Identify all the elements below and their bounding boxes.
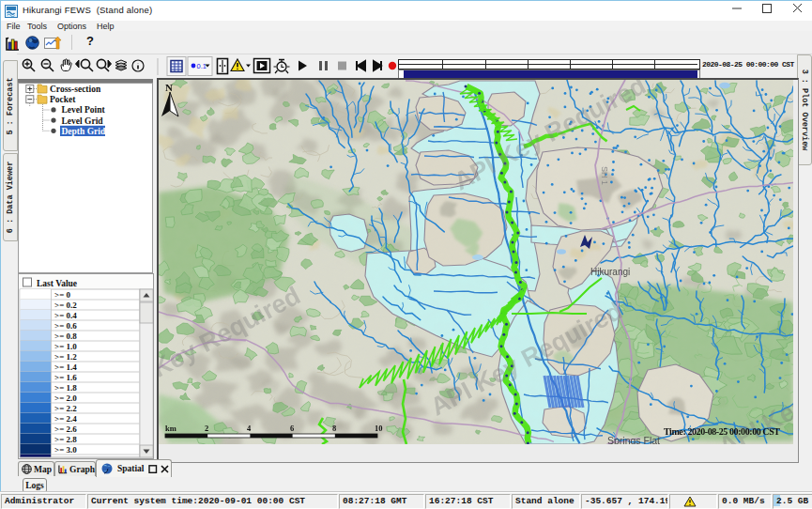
svg-text:Pocket: Pocket xyxy=(50,95,76,104)
svg-text:Time: 2020-08-25 00:00:00 CST: Time: 2020-08-25 00:00:00 CST xyxy=(664,426,780,437)
svg-text:>= 2.0: >= 2.0 xyxy=(54,393,77,403)
svg-text:>= 0: >= 0 xyxy=(54,290,71,300)
svg-text:8: 8 xyxy=(332,424,336,433)
svg-text:>= 1.6: >= 1.6 xyxy=(54,373,77,382)
svg-text:N: N xyxy=(165,82,173,93)
svg-text:>= 2.4: >= 2.4 xyxy=(54,414,77,424)
svg-text:>= 1.2: >= 1.2 xyxy=(54,352,77,362)
svg-text:Depth Grid: Depth Grid xyxy=(62,127,106,136)
svg-text:>= 2.2: >= 2.2 xyxy=(54,404,77,413)
svg-text:>= 0.8: >= 0.8 xyxy=(54,332,77,341)
svg-text:Springs Flat: Springs Flat xyxy=(607,435,660,444)
svg-text:Last Value: Last Value xyxy=(37,279,77,288)
svg-text:2: 2 xyxy=(205,424,208,433)
svg-text:Level Grid: Level Grid xyxy=(62,116,104,126)
svg-text:6: 6 xyxy=(290,424,294,433)
svg-text:>= 3.0: >= 3.0 xyxy=(54,445,77,455)
svg-text:>= 2.8: >= 2.8 xyxy=(54,435,77,444)
svg-text:>= 1.4: >= 1.4 xyxy=(54,362,77,372)
svg-text:10: 10 xyxy=(375,424,383,433)
svg-text:>= 1.0: >= 1.0 xyxy=(54,342,77,351)
svg-text:>= 2.6: >= 2.6 xyxy=(54,424,77,434)
svg-text:Cross-section: Cross-section xyxy=(50,85,101,94)
svg-text:>= 0.4: >= 0.4 xyxy=(54,311,77,320)
svg-text:>= 0.2: >= 0.2 xyxy=(54,301,77,310)
svg-text:>= 0.6: >= 0.6 xyxy=(54,321,77,331)
svg-text:Level Point: Level Point xyxy=(62,105,106,115)
svg-text:>= 1.8: >= 1.8 xyxy=(54,383,77,393)
svg-text:SH 1: SH 1 xyxy=(600,166,609,185)
svg-text:Hikurangi: Hikurangi xyxy=(590,267,630,277)
svg-text:km: km xyxy=(165,424,176,433)
svg-text:0.1: 0.1 xyxy=(197,62,207,70)
